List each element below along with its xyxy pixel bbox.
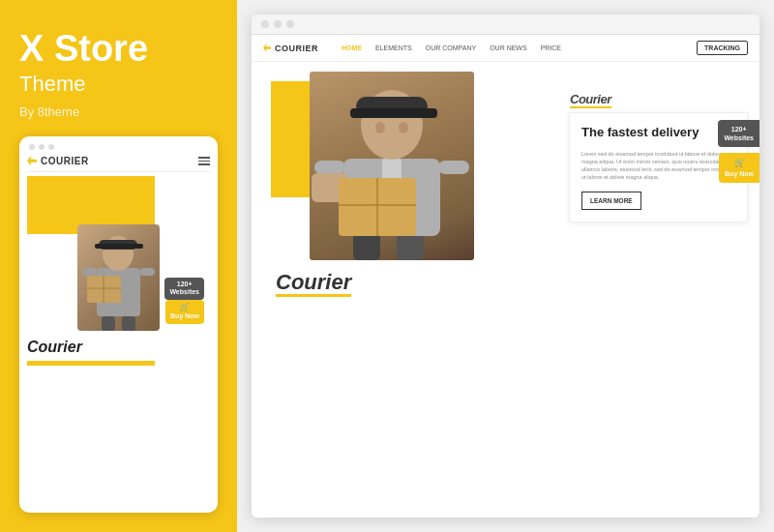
hamburger-menu[interactable]: [198, 157, 210, 165]
desktop-nav-logo: COURIER: [263, 44, 318, 53]
dot3: [48, 144, 54, 150]
svg-rect-23: [350, 108, 437, 118]
left-panel: X Store Theme By 8theme COURIER: [0, 0, 237, 532]
desktop-left-content: Courier: [252, 62, 569, 517]
person-svg: [77, 224, 160, 331]
desktop-delivery-man-image: [310, 72, 474, 260]
right-panel: COURIER HOME ELEMENTS OUR COMPANY OUR NE…: [237, 0, 774, 532]
mobile-yellow-strip: [27, 361, 155, 366]
mobile-badge-buy-now[interactable]: 🛒 Buy Now: [165, 300, 204, 324]
courier-logo-icon: [27, 156, 37, 165]
learn-more-button[interactable]: LEARN MORE: [581, 192, 641, 210]
mockup-dots: [27, 144, 210, 150]
card-courier-label: Courier: [570, 92, 611, 108]
browser-dot2: [274, 20, 282, 28]
desktop-courier-logo-icon: [263, 44, 271, 52]
nav-link-price[interactable]: PRICE: [541, 44, 561, 51]
desktop-courier-heading: Courier: [276, 270, 351, 295]
desktop-badge-120-websites: 120+ Websites: [718, 120, 759, 147]
nav-link-our-news[interactable]: OUR NEWS: [490, 44, 527, 51]
mobile-mockup: COURIER: [19, 136, 218, 513]
dot2: [39, 144, 45, 150]
app-title: X Store: [19, 29, 218, 70]
mobile-delivery-man-image: [77, 224, 160, 331]
mobile-nav-logo: COURIER: [27, 156, 89, 166]
cart-icon: 🛒: [180, 303, 190, 312]
desktop-nav: COURIER HOME ELEMENTS OUR COMPANY OUR NE…: [252, 35, 759, 62]
svg-point-25: [399, 122, 408, 133]
mobile-badge-120-websites: 120+ Websites: [164, 278, 204, 300]
mobile-courier-heading: Courier: [27, 339, 210, 356]
svg-rect-3: [95, 244, 143, 249]
nav-link-our-company[interactable]: OUR COMPANY: [426, 44, 476, 51]
hamburger-line1: [198, 157, 210, 159]
svg-rect-15: [314, 161, 345, 174]
desktop-mockup: COURIER HOME ELEMENTS OUR COMPANY OUR NE…: [252, 15, 759, 517]
svg-rect-4: [82, 268, 97, 276]
mobile-nav-logo-text: COURIER: [41, 156, 89, 166]
app-author: By 8theme: [19, 104, 218, 119]
svg-rect-10: [122, 316, 135, 331]
svg-rect-9: [102, 316, 115, 331]
app-subtitle: Theme: [19, 72, 218, 97]
nav-link-elements[interactable]: ELEMENTS: [375, 44, 412, 51]
card-lorem-text: Lorem sed do eiusmod tempor incididunt u…: [581, 150, 735, 182]
browser-dot1: [261, 20, 269, 28]
svg-rect-5: [140, 268, 155, 276]
nav-link-home[interactable]: HOME: [342, 44, 362, 51]
desktop-nav-logo-text: COURIER: [275, 44, 318, 53]
hamburger-line2: [198, 161, 210, 163]
card-hero-title: The fastest delivery: [581, 125, 735, 140]
hamburger-line3: [198, 163, 210, 165]
svg-point-24: [375, 122, 385, 133]
browser-topbar: [252, 15, 759, 35]
tracking-button[interactable]: TRACKING: [697, 41, 748, 55]
svg-rect-16: [438, 161, 469, 174]
desktop-person-svg: [310, 72, 474, 260]
dot1: [29, 144, 35, 150]
desktop-content: Courier Courier The fastest delivery Lor…: [252, 62, 759, 517]
browser-dot3: [286, 20, 294, 28]
desktop-cart-icon: 🛒: [734, 158, 745, 169]
mobile-nav: COURIER: [27, 156, 210, 172]
desktop-badge-buy-now[interactable]: 🛒 Buy Now: [719, 153, 759, 183]
